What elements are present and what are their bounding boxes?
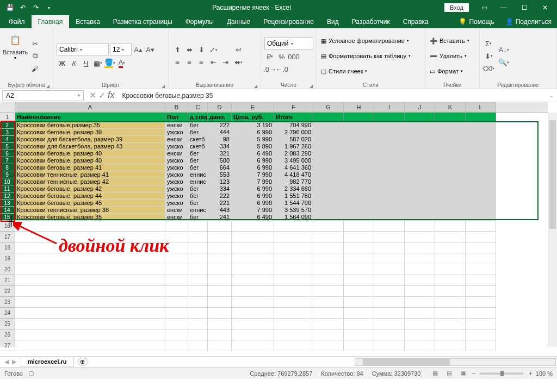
cell[interactable]: [405, 122, 435, 129]
cell[interactable]: [165, 319, 188, 329]
clear-icon[interactable]: ⌫▾: [483, 63, 494, 74]
cell[interactable]: [313, 143, 344, 150]
row-header[interactable]: 26: [0, 329, 15, 340]
cell[interactable]: [165, 340, 188, 351]
view-break-icon[interactable]: ▣: [457, 369, 469, 378]
cell[interactable]: [435, 207, 466, 214]
format-painter-icon[interactable]: 🖌: [29, 63, 40, 74]
maximize-button[interactable]: ☐: [515, 1, 534, 14]
cell[interactable]: Кроссовки беговые, размер 35: [15, 214, 165, 221]
cell[interactable]: скетб: [188, 143, 208, 150]
cell[interactable]: еннис: [188, 207, 208, 214]
row-header[interactable]: 11: [0, 185, 15, 192]
delete-cells-button[interactable]: ➖Удалить▾: [429, 50, 471, 62]
cell[interactable]: [405, 286, 435, 297]
merge-icon[interactable]: ⬌▾: [233, 57, 244, 68]
find-icon[interactable]: 🔍▾: [496, 57, 511, 68]
row-header[interactable]: 21: [0, 275, 15, 286]
tab-view[interactable]: Вид: [320, 15, 345, 28]
cell[interactable]: ужско: [165, 185, 188, 192]
row-header[interactable]: 4: [0, 136, 15, 143]
cell[interactable]: [274, 340, 313, 351]
cell[interactable]: [15, 286, 165, 297]
cell[interactable]: Кроссовки беговые,размер 35: [15, 122, 165, 129]
cell[interactable]: 5 990: [232, 136, 274, 143]
cell[interactable]: [15, 275, 165, 286]
cell[interactable]: [232, 340, 274, 351]
zoom-out-icon[interactable]: −: [472, 370, 475, 377]
cell[interactable]: [374, 340, 405, 351]
row-header[interactable]: 14: [0, 207, 15, 214]
cell[interactable]: [15, 329, 165, 340]
cell[interactable]: Кроссовки теннисные, размер 42: [15, 178, 165, 185]
cell[interactable]: [466, 275, 496, 286]
sheet-prev-icon[interactable]: ◀: [4, 358, 9, 365]
cancel-icon[interactable]: ✕: [89, 90, 96, 101]
font-name-combo[interactable]: Calibri▾: [57, 43, 109, 55]
ribbon-display-icon[interactable]: ▭: [479, 2, 490, 13]
row-header[interactable]: 13: [0, 200, 15, 207]
cell[interactable]: [274, 253, 313, 264]
cell[interactable]: скетб: [188, 136, 208, 143]
cell[interactable]: [344, 192, 374, 200]
cell[interactable]: [274, 329, 313, 340]
col-header[interactable]: E: [232, 102, 274, 112]
wrap-text-icon[interactable]: ↩: [233, 45, 244, 55]
cell[interactable]: 221: [208, 200, 232, 207]
cell[interactable]: 3 190: [232, 122, 274, 129]
cell[interactable]: [232, 329, 274, 340]
col-header[interactable]: I: [374, 102, 405, 112]
cell[interactable]: 222: [208, 192, 232, 200]
view-normal-icon[interactable]: ▦: [429, 369, 441, 378]
cell[interactable]: [165, 308, 188, 319]
col-header[interactable]: A: [15, 102, 165, 112]
cell[interactable]: [405, 164, 435, 171]
cell[interactable]: [405, 185, 435, 192]
cells-area[interactable]: НаименованиеПолд спордано,Цена, руб.Итог…: [15, 113, 548, 347]
cell[interactable]: 587 020: [274, 136, 313, 143]
cell[interactable]: [188, 286, 208, 297]
cell[interactable]: Кроссовки беговые, размер 45: [15, 200, 165, 207]
zoom-in-icon[interactable]: ＋: [528, 369, 534, 377]
cell[interactable]: [374, 129, 405, 136]
cell[interactable]: ужско: [165, 192, 188, 200]
cell[interactable]: [374, 136, 405, 143]
cell[interactable]: [466, 340, 496, 351]
cell[interactable]: 7 990: [232, 171, 274, 178]
cell[interactable]: [274, 297, 313, 308]
cell[interactable]: [344, 253, 374, 264]
tab-developer[interactable]: Разработчик: [345, 15, 397, 28]
cell[interactable]: 2 334 660: [274, 185, 313, 192]
cell[interactable]: бег: [188, 129, 208, 136]
row-header[interactable]: 24: [0, 308, 15, 319]
cell[interactable]: 5 890: [232, 143, 274, 150]
cell[interactable]: [405, 340, 435, 351]
cell[interactable]: 444: [208, 129, 232, 136]
cell[interactable]: [313, 113, 344, 122]
cell[interactable]: [374, 329, 405, 340]
clipboard-dialog-icon[interactable]: ◢: [46, 84, 49, 89]
alignment-dialog-icon[interactable]: ◢: [254, 84, 257, 89]
cell[interactable]: бег: [188, 122, 208, 129]
cell[interactable]: [232, 253, 274, 264]
cell[interactable]: [405, 136, 435, 143]
cell[interactable]: 6 990: [232, 157, 274, 164]
cell[interactable]: [435, 340, 466, 351]
col-header[interactable]: H: [344, 102, 374, 112]
cell[interactable]: [466, 157, 496, 164]
cell[interactable]: [374, 143, 405, 150]
row-header[interactable]: 23: [0, 297, 15, 308]
cell[interactable]: [188, 253, 208, 264]
cell[interactable]: бег: [188, 164, 208, 171]
cell[interactable]: [374, 157, 405, 164]
cell[interactable]: [188, 275, 208, 286]
cell[interactable]: [344, 242, 374, 253]
sheet-next-icon[interactable]: ▶: [12, 358, 16, 365]
decrease-font-icon[interactable]: A▾: [145, 44, 156, 55]
cell[interactable]: [15, 308, 165, 319]
number-format-combo[interactable]: Общий▾: [264, 38, 313, 49]
cell[interactable]: [435, 275, 466, 286]
cell[interactable]: [405, 242, 435, 253]
cell[interactable]: [232, 264, 274, 275]
cell[interactable]: [313, 150, 344, 157]
